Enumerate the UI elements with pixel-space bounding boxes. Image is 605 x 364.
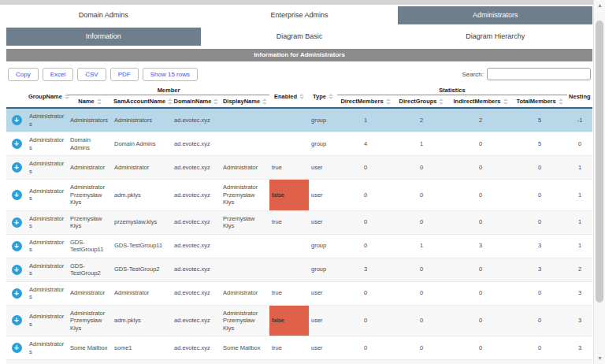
expand-cell: + [6,234,27,258]
vertical-scrollbar[interactable]: ▲ ▼ [593,0,605,364]
table-row[interactable]: +AdministratorsPrzemysław Kłysprzemyslaw… [6,210,592,234]
cell-sam: some1 [112,336,172,360]
col-domainname[interactable]: DomainName [172,95,221,109]
csv-button[interactable]: CSV [77,68,106,81]
table-row[interactable]: +AdministratorsAdministrator Przemysław … [6,180,592,211]
table-row[interactable]: +AdministratorsTemporary Admin 1Temporar… [6,360,592,364]
table-row[interactable]: +AdministratorsAdministrator Przemysław … [6,305,592,336]
expand-row-button[interactable]: + [12,288,22,299]
sort-icon [97,98,102,105]
tab-information[interactable]: Information [6,28,201,46]
cell-sam: adm.pklys [112,305,172,336]
col-name[interactable]: Name [68,95,112,109]
col-enabled[interactable]: Enabled [269,85,309,108]
col-displayname[interactable]: DisplayName [221,95,269,109]
cell-direct_groups: 0 [394,210,449,234]
cell-name: Some Mailbox [68,336,112,360]
cell-name: Administrator Przemysław Kłys [68,180,112,211]
col-indirectmembers[interactable]: IndirectMembers [449,95,512,109]
scrollbar-thumb[interactable] [596,20,603,303]
cell-direct_groups: 0 [394,180,449,211]
cell-direct_members: 0 [337,156,394,180]
cell-domain: ad.evotec.xyz [172,281,221,305]
cell-display: Temporary Admin [221,360,269,364]
scroll-down-icon[interactable]: ▼ [594,353,605,364]
tab-domain-admins[interactable]: Domain Admins [6,6,201,24]
tab-diagram-hierarchy[interactable]: Diagram Hierarchy [398,28,592,46]
cell-display [221,234,269,258]
col-directgroups[interactable]: DirectGroups [394,95,449,109]
expand-row-button[interactable]: + [12,241,22,251]
group-header-statistics: Statistics [337,85,567,95]
cell-direct_groups: 0 [394,156,449,180]
expand-row-button[interactable]: + [12,343,22,353]
table-row[interactable]: +AdministratorsDomain AdminsDomain Admin… [6,132,592,156]
show-rows-button[interactable]: Show 15 rows [143,68,198,81]
col-nesting[interactable]: Nesting [567,85,592,108]
search-input[interactable] [487,68,591,80]
tab-diagram-basic[interactable]: Diagram Basic [202,28,397,46]
table-row[interactable]: +AdministratorsAdministratorAdministrato… [6,156,592,180]
cell-display: Administrator [221,156,269,180]
cell-type: group [309,234,337,258]
cell-domain: ad.evotec.xyz [172,180,221,211]
cell-total_members: 5 [512,132,567,156]
col-samaccountname[interactable]: SamAccountName [112,95,172,109]
scroll-up-icon[interactable]: ▲ [594,0,605,11]
cell-group: Administrators [27,281,68,305]
table-row[interactable]: +AdministratorsSome Mailboxsome1ad.evote… [6,336,592,360]
cell-name: Przemysław Kłys [68,210,112,234]
cell-total_members: 0 [512,210,567,234]
cell-nesting: 0 [567,132,592,156]
section-title: Information for Administrators [6,49,592,61]
cell-domain: ad.evotec.xyz [172,108,221,132]
cell-direct_groups: 2 [394,108,449,132]
expand-row-button[interactable]: + [12,162,22,173]
cell-type: group [309,132,337,156]
cell-total_members: 0 [512,360,567,364]
sort-icon [299,94,304,100]
copy-button[interactable]: Copy [8,68,39,81]
cell-indirect_members: 0 [449,180,512,211]
table-row[interactable]: +AdministratorsAdministratorsAdministrat… [6,108,592,132]
cell-domain: ad.evotec.xyz [172,336,221,360]
pdf-button[interactable]: PDF [110,68,139,81]
col-groupname[interactable]: GroupName [27,85,68,108]
excel-button[interactable]: Excel [43,68,74,81]
cell-indirect_members: 0 [449,360,512,364]
tab-enterprise-admins[interactable]: Enterprise Admins [202,6,397,24]
cell-total_members: 0 [512,281,567,305]
cell-sam: GDS-TestGroup11 [112,234,172,258]
cell-enabled: false [269,180,309,211]
cell-enabled: true [269,281,309,305]
cell-enabled: false [269,305,309,336]
cell-display [221,258,269,281]
expand-row-button[interactable]: + [12,139,22,149]
expand-row-button[interactable]: + [12,315,22,325]
col-type[interactable]: Type [309,85,337,108]
table-row[interactable]: +AdministratorsGDS-TestGroup11GDS-TestGr… [6,234,592,258]
expand-row-button[interactable]: + [12,265,22,275]
cell-enabled: true [269,336,309,360]
tab-administrators[interactable]: Administrators [398,6,592,24]
col-totalmembers[interactable]: TotalMembers [512,95,567,109]
sort-icon [559,98,563,105]
expand-cell: + [6,210,27,234]
expand-row-button[interactable]: + [12,217,22,228]
cell-direct_groups: 0 [394,305,449,336]
cell-group: Administrators [27,360,68,364]
expand-column-header [6,85,27,108]
cell-group: Administrators [27,305,68,336]
table-row[interactable]: +AdministratorsGDS-TestGroup2GDS-TestGro… [6,258,592,281]
table-toolbar: Copy Excel CSV PDF Show 15 rows Search: [8,67,591,81]
table-header: GroupName Member Enabled Type Statistics… [6,85,592,108]
cell-indirect_members: 0 [449,156,512,180]
table-row[interactable]: +AdministratorsAdministratorAdministrato… [6,281,592,305]
search-area: Search: [462,68,591,80]
cell-domain: ad.evotec.xyz [172,258,221,281]
cell-type: user [309,210,337,234]
cell-type: user [309,180,337,211]
expand-row-button[interactable]: + [12,115,22,125]
expand-row-button[interactable]: + [12,190,22,200]
col-directmembers[interactable]: DirectMembers [337,95,394,109]
